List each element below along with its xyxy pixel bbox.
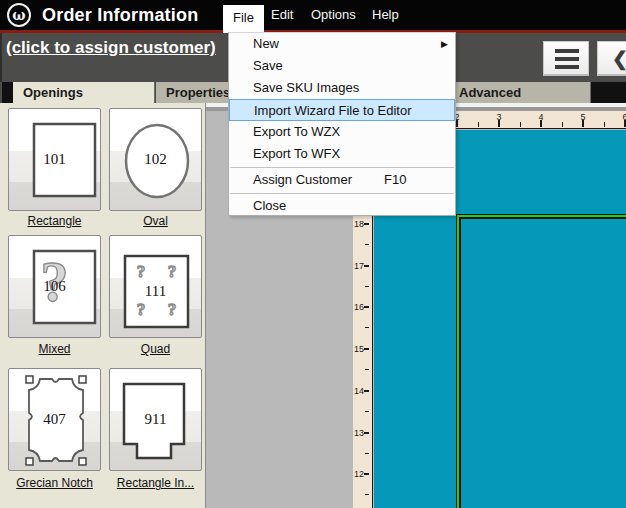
menu-item-export-wzx[interactable]: Export To WZX [229,121,455,143]
v-ruler-major-tick [364,223,369,225]
assign-customer-link[interactable]: (click to assign customer) [6,38,216,58]
opening-label-rectangle-in[interactable]: Rectangle In... [108,476,203,490]
menu-item-export-wfx[interactable]: Export To WFX [229,143,455,165]
menubar-edit[interactable]: Edit [271,7,293,22]
order-information-window: 23456 1817161514131211 ω Order Informati… [0,0,626,508]
v-ruler-major-tick [364,390,369,392]
opening-tile-grecian-notch[interactable]: 407 [8,368,101,471]
h-ruler-major-tick [498,120,500,127]
h-ruler-minor-tick [478,122,479,127]
tab-scroll-stub[interactable] [2,82,13,103]
v-ruler-label: 14 [354,386,364,396]
opening-number: 407 [9,411,100,428]
menu-item-assign-customer[interactable]: Assign Customer F10 [229,169,455,191]
opening-tile-oval[interactable]: 102 [109,108,202,211]
v-ruler-major-tick [364,348,369,350]
v-ruler-label: 15 [354,344,364,354]
hamburger-menu-icon [555,57,579,61]
tab-advanced[interactable]: Advanced [449,82,591,103]
question-mark-icon: ? [162,300,182,320]
v-ruler-minor-tick [365,494,369,495]
menu-item-label: New [253,36,279,51]
opening-tile-rectangle[interactable]: 101 [8,108,101,211]
opening-label-oval[interactable]: Oval [108,214,203,228]
opening-tile-mixed[interactable]: ? 106 [8,235,101,338]
opening-number: 911 [110,411,201,428]
v-ruler-minor-tick [365,327,369,328]
opening-number: 111 [110,283,201,300]
opening-tile-rectangle-in[interactable]: 911 [109,368,202,471]
tab-openings[interactable]: Openings [13,82,155,103]
question-mark-icon: ? [131,300,151,320]
v-ruler-minor-tick [365,369,369,370]
menubar-help[interactable]: Help [372,7,399,22]
h-ruler-minor-tick [562,122,563,127]
v-ruler-minor-tick [365,286,369,287]
opening-label-grecian-notch[interactable]: Grecian Notch [7,476,102,490]
hamburger-menu-icon [555,49,579,53]
opening-selection-inner [459,217,626,508]
menu-item-label: Assign Customer [253,172,352,187]
v-ruler-minor-tick [365,244,369,245]
v-ruler-label: 17 [354,261,364,271]
v-ruler-major-tick [364,306,369,308]
v-ruler-major-tick [364,432,369,434]
opening-selection-region[interactable] [456,214,626,508]
menu-item-import-wizard-file[interactable]: Import Wizard File to Editor [229,99,455,121]
opening-number: 102 [110,151,201,168]
opening-tile-quad[interactable]: ? ? ? ? 111 [109,235,202,338]
window-title: Order Information [42,5,198,26]
opening-number: 106 [9,278,100,295]
collapse-panel-button[interactable]: ❮ [597,41,626,76]
h-ruler-major-tick [456,120,458,127]
opening-label-rectangle[interactable]: Rectangle [7,214,102,228]
v-ruler-major-tick [364,265,369,267]
chevron-left-icon: ❮ [598,47,626,70]
v-ruler-minor-tick [365,411,369,412]
v-ruler-major-tick [364,473,369,475]
question-mark-icon: ? [162,262,182,282]
opening-number: 101 [9,151,100,168]
hamburger-menu-icon [555,65,579,69]
app-logo-icon: ω [7,3,31,27]
hamburger-menu-button[interactable] [543,41,589,76]
menu-item-new[interactable]: New ▶ [229,33,455,55]
question-mark-icon: ? [131,262,151,282]
menu-item-save[interactable]: Save [229,55,455,77]
h-ruler-minor-tick [604,122,605,127]
menu-item-close[interactable]: Close [229,195,455,217]
v-ruler-label: 13 [354,428,364,438]
menubar-file[interactable]: File [223,5,264,33]
tab-bar-end [591,82,626,103]
file-menu-dropdown: New ▶ Save Save SKU Images Import Wizard… [228,32,456,216]
menu-item-save-sku-images[interactable]: Save SKU Images [229,77,455,99]
opening-label-mixed[interactable]: Mixed [7,342,102,356]
openings-panel: 101 Rectangle 102 Oval ? 106 Mixed ? ? ?… [0,103,206,508]
v-ruler-label: 18 [354,219,364,229]
opening-label-quad[interactable]: Quad [108,342,203,356]
title-bar: ω Order Information Edit Options Help [0,0,626,30]
h-ruler-major-tick [582,120,584,127]
v-ruler-label: 12 [354,469,364,479]
menubar-options[interactable]: Options [311,7,356,22]
h-ruler-major-tick [540,120,542,127]
v-ruler-label: 16 [354,302,364,312]
h-ruler-minor-tick [520,122,521,127]
v-ruler-minor-tick [365,453,369,454]
menu-shortcut: F10 [384,169,406,191]
submenu-arrow-icon: ▶ [441,33,448,55]
